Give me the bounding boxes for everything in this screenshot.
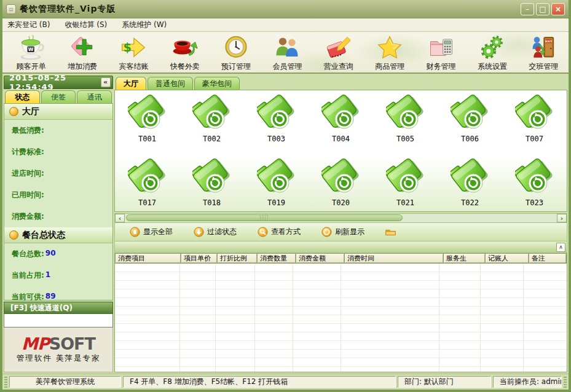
table-item[interactable]: T005 xyxy=(373,93,438,157)
svg-text:$: $ xyxy=(124,41,132,55)
horizontal-scrollbar[interactable]: ‹ › xyxy=(114,213,567,223)
tab-normal-rooms[interactable]: 普通包间 xyxy=(148,77,193,90)
toolbar-label: 顾客开单 xyxy=(17,61,46,72)
toolbar-members-button[interactable]: 会员管理 xyxy=(265,34,310,72)
table-item[interactable]: T006 xyxy=(438,93,502,157)
toolbar-settings-button[interactable]: 系统设置 xyxy=(470,34,514,72)
table-label: T001 xyxy=(138,135,156,143)
toolbar-label: 商品管理 xyxy=(375,61,404,72)
client-area: 2015-08-25 12:54:49 « 状态 便签 通讯 大厅 最低消费: … xyxy=(2,74,569,374)
filter-state-button[interactable]: 过滤状态 xyxy=(194,227,237,237)
column-header[interactable]: 服务生 xyxy=(444,254,485,263)
view-mode-button[interactable]: 查看方式 xyxy=(258,227,301,237)
members-icon xyxy=(274,35,301,61)
minimize-button[interactable]: – xyxy=(521,3,534,15)
dollar-arrow-icon: $ xyxy=(120,35,147,61)
quick-channel-input[interactable] xyxy=(4,314,113,327)
green-folder-refresh-icon xyxy=(386,94,425,133)
table-item[interactable]: T002 xyxy=(179,93,244,157)
tab-status[interactable]: 状态 xyxy=(5,90,40,103)
menu-item-system-maintain[interactable]: 系统维护 (W) xyxy=(122,20,167,30)
green-folder-refresh-icon xyxy=(515,94,554,133)
table-item[interactable]: T023 xyxy=(502,157,567,212)
refresh-display-button[interactable]: 刷新显示 xyxy=(321,227,364,237)
detail-separator: ∧ xyxy=(114,241,567,253)
table-label: T002 xyxy=(203,135,221,143)
toolbar-business-query-button[interactable]: 营业查询 xyxy=(316,34,361,72)
exit-door-icon: EXIT xyxy=(530,35,557,61)
scrollbar-thumb[interactable] xyxy=(126,214,403,221)
table-item[interactable]: T020 xyxy=(309,157,373,212)
table-item[interactable]: T007 xyxy=(502,93,567,157)
consumption-table: 消费项目 项目单价 打折比例 消费数量 消费金额 消费时间 服务生 记账人 备注 xyxy=(114,253,567,372)
field-enter-time: 进店时间: xyxy=(4,163,112,184)
toolbar-add-consume-button[interactable]: 增加消费 xyxy=(60,34,104,72)
sidebar-collapse-button[interactable]: « xyxy=(101,77,111,87)
toolbar-open-bill-button[interactable]: W 顾客开单 xyxy=(9,34,53,72)
column-header[interactable]: 消费数量 xyxy=(258,254,296,263)
scroll-left-icon[interactable]: ‹ xyxy=(115,214,125,222)
table-label: T021 xyxy=(396,198,414,207)
menu-item-guest-register[interactable]: 来宾登记 (B) xyxy=(7,20,50,30)
field-used-time: 已用时间: xyxy=(4,184,112,206)
folder-calculator-icon xyxy=(428,35,455,61)
tab-hall[interactable]: 大厅 xyxy=(116,77,146,90)
column-header[interactable]: 项目单价 xyxy=(181,254,217,263)
scrollbar-track[interactable] xyxy=(125,214,557,222)
mpsoft-logo: MPSOFT xyxy=(22,335,95,352)
svg-text:EXIT: EXIT xyxy=(546,40,553,43)
green-folder-refresh-icon xyxy=(321,94,361,133)
table-item[interactable]: T022 xyxy=(438,157,502,212)
table-item[interactable]: T021 xyxy=(373,157,438,212)
tab-deluxe-rooms[interactable]: 豪华包间 xyxy=(194,77,240,90)
toolbar-takeout-button[interactable]: 快餐外卖 xyxy=(162,34,207,72)
column-header[interactable]: 消费项目 xyxy=(116,254,181,263)
column-header[interactable]: 记账人 xyxy=(486,254,529,263)
table-item[interactable]: T017 xyxy=(115,157,179,212)
table-item[interactable]: T004 xyxy=(309,93,373,157)
table-item[interactable]: T019 xyxy=(244,157,309,212)
collapse-up-icon[interactable]: ∧ xyxy=(556,243,565,252)
open-folder-button[interactable] xyxy=(385,227,396,237)
toolbar-shift-button[interactable]: EXIT 交班管理 xyxy=(521,34,566,72)
green-folder-refresh-icon xyxy=(192,158,232,197)
column-header[interactable]: 消费时间 xyxy=(345,254,443,263)
table-item[interactable]: T018 xyxy=(179,157,244,212)
menu-item-cashier[interactable]: 收银结算 (S) xyxy=(65,20,107,30)
maximize-button[interactable]: □ xyxy=(536,3,549,15)
column-header[interactable]: 备注 xyxy=(529,254,566,263)
status-hotkeys: F4 开单、F8 增加消费、F5结帐、F12 打开钱箱 xyxy=(123,376,396,388)
close-button[interactable]: × xyxy=(551,3,565,15)
table-item[interactable]: T001 xyxy=(115,93,179,157)
quick-channel-header: [F3] 快速通道(Q) xyxy=(4,302,113,314)
green-folder-refresh-icon xyxy=(128,158,167,197)
toolbar-goods-button[interactable]: 商品管理 xyxy=(368,34,412,72)
toolbar-label: 会员管理 xyxy=(272,61,302,72)
status-department: 部门: 默认部门 xyxy=(398,376,491,388)
green-folder-refresh-icon xyxy=(451,158,490,197)
table-label: T020 xyxy=(332,198,350,207)
occupied-value: 1 xyxy=(45,270,50,281)
scroll-right-icon[interactable]: › xyxy=(557,214,567,222)
toolbar-reservation-button[interactable]: 预订管理 xyxy=(213,34,258,72)
table-label: T017 xyxy=(138,198,156,207)
green-folder-refresh-icon xyxy=(321,158,361,197)
toolbar-checkout-button[interactable]: $ 宾客结账 xyxy=(111,34,156,72)
datetime-bar: 2015-08-25 12:54:49 « xyxy=(4,76,113,89)
toolbar-finance-button[interactable]: 财务管理 xyxy=(419,34,463,72)
tab-messages[interactable]: 通讯 xyxy=(77,90,112,103)
table-item[interactable]: T003 xyxy=(244,93,309,157)
field-min-consume: 最低消费: xyxy=(4,120,112,141)
tab-notes[interactable]: 便签 xyxy=(41,90,76,103)
show-all-button[interactable]: 显示全部 xyxy=(130,227,173,237)
toolbar-label: 预订管理 xyxy=(221,61,251,72)
column-header[interactable]: 消费金额 xyxy=(296,254,344,263)
orange-ball-icon xyxy=(9,230,18,240)
gears-icon xyxy=(479,35,506,61)
room-tabs: 大厅 普通包间 豪华包间 xyxy=(114,76,567,90)
brand-slogan: 管理软件 美萍是专家 xyxy=(17,353,100,364)
main-area: 大厅 普通包间 豪华包间 T001 T002 T003 xyxy=(114,76,567,372)
green-folder-refresh-icon xyxy=(386,158,425,197)
column-header[interactable]: 打折比例 xyxy=(218,254,257,263)
clock-icon xyxy=(222,35,250,61)
